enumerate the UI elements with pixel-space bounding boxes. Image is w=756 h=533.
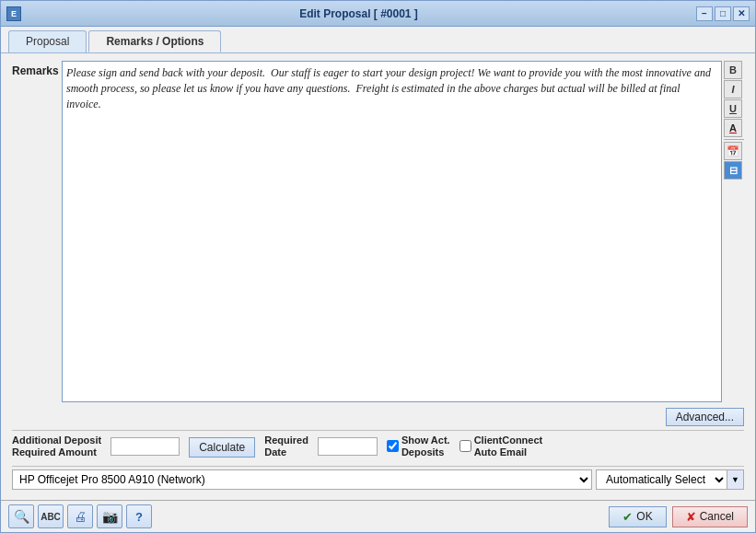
calculate-button[interactable]: Calculate xyxy=(189,437,255,458)
show-act-deposits-checkbox[interactable] xyxy=(387,440,399,452)
deposit-field-group: Additional Deposit Required Amount xyxy=(12,435,101,458)
required-date-group: Required Date xyxy=(264,435,308,458)
printer-row: HP Officejet Pro 8500 A910 (Network) Aut… xyxy=(12,466,744,492)
tab-remarks-options[interactable]: Remarks / Options xyxy=(88,30,221,52)
client-connect-label: ClientConnect Auto Email xyxy=(474,435,543,458)
calendar-button[interactable]: 📅 xyxy=(724,142,742,160)
window-icon: E xyxy=(6,6,21,21)
ok-button[interactable]: ✔ OK xyxy=(609,506,666,527)
show-act-deposits-group: Show Act. Deposits xyxy=(387,435,450,458)
spell-check-icon-button[interactable]: ABC xyxy=(38,504,64,528)
footer-actions: ✔ OK ✘ Cancel xyxy=(609,506,748,527)
cancel-button[interactable]: ✘ Cancel xyxy=(672,506,748,527)
required-date-label-line1: Required xyxy=(264,435,308,446)
client-connect-group: ClientConnect Auto Email xyxy=(459,435,543,458)
print-icon-button[interactable]: 🖨 xyxy=(67,504,93,528)
remarks-editor-wrapper: Please sign and send back with your depo… xyxy=(62,61,744,402)
help-icon-button[interactable]: ? xyxy=(126,504,152,528)
window-title: Edit Proposal [ #0001 ] xyxy=(21,7,696,20)
bottom-options: Additional Deposit Required Amount Calcu… xyxy=(12,430,744,462)
deposit-input[interactable] xyxy=(110,437,180,456)
footer-bar: 🔍 ABC 🖨 📷 ? ✔ OK ✘ Cancel xyxy=(1,500,755,532)
minimize-button[interactable]: − xyxy=(696,6,713,21)
auto-select-dropdown[interactable]: Automatically Select xyxy=(596,469,727,490)
restore-button[interactable]: □ xyxy=(715,6,731,21)
advanced-row: Advanced... xyxy=(12,408,744,426)
search-icon-button[interactable]: 🔍 xyxy=(8,504,34,528)
remarks-label: Remarks xyxy=(12,61,58,402)
required-date-label-line2: Date xyxy=(264,446,308,458)
auto-select-group: Automatically Select ▼ xyxy=(596,469,744,490)
camera-icon-button[interactable]: 📷 xyxy=(97,504,122,528)
required-date-input[interactable] xyxy=(318,437,378,456)
remarks-section: Remarks Please sign and send back with y… xyxy=(12,61,744,402)
show-act-deposits-label: Show Act. Deposits xyxy=(401,435,450,458)
ok-label: OK xyxy=(636,510,652,523)
window-controls: − □ ✕ xyxy=(696,6,750,21)
ok-checkmark-icon: ✔ xyxy=(622,510,633,524)
printer-select[interactable]: HP Officejet Pro 8500 A910 (Network) xyxy=(12,469,592,490)
bold-button[interactable]: B xyxy=(724,61,742,79)
tab-proposal[interactable]: Proposal xyxy=(8,30,87,52)
deposit-label-line2: Required Amount xyxy=(12,446,101,458)
close-button[interactable]: ✕ xyxy=(733,6,750,21)
title-bar: E Edit Proposal [ #0001 ] − □ ✕ xyxy=(1,1,755,27)
remarks-toolbar: B I U A 📅 ⊟ xyxy=(724,61,744,402)
deposit-label-line1: Additional Deposit xyxy=(12,435,101,446)
client-connect-checkbox[interactable] xyxy=(459,440,471,452)
tabs-bar: Proposal Remarks / Options xyxy=(1,27,755,53)
remarks-textarea[interactable]: Please sign and send back with your depo… xyxy=(62,61,722,402)
table-button[interactable]: ⊟ xyxy=(724,161,742,180)
cancel-label: Cancel xyxy=(700,510,734,523)
main-window: E Edit Proposal [ #0001 ] − □ ✕ Proposal… xyxy=(0,0,756,533)
cancel-cross-icon: ✘ xyxy=(686,510,696,524)
advanced-button[interactable]: Advanced... xyxy=(666,408,744,426)
italic-button[interactable]: I xyxy=(724,80,742,98)
auto-select-arrow[interactable]: ▼ xyxy=(727,469,744,490)
main-content: Remarks Please sign and send back with y… xyxy=(1,53,755,500)
underline-button[interactable]: U xyxy=(724,99,742,118)
footer-icons: 🔍 ABC 🖨 📷 ? xyxy=(8,504,152,528)
color-button[interactable]: A xyxy=(724,119,742,137)
